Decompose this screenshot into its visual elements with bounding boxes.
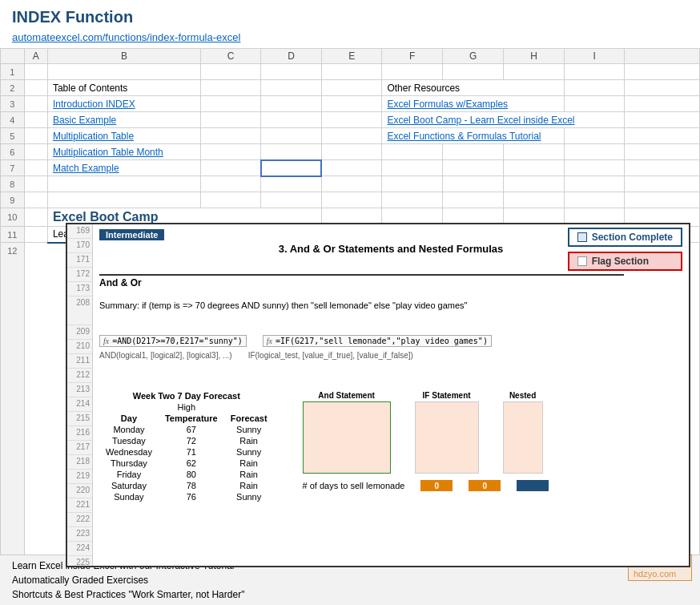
formula-1-text: =AND(D217>=70,E217="sunny") [112,337,243,345]
corner-header [1,49,25,64]
page: INDEX Function automateexcel.com/functio… [0,0,700,605]
toc-match-link[interactable]: Match Example [53,163,119,174]
table-row: 1 [1,64,700,80]
other-resources-label: Other Resources [387,83,460,94]
toc-mult-link[interactable]: Multiplication Table [53,131,134,142]
toc-basic-link[interactable]: Basic Example [53,115,116,126]
days-value-3 [517,480,549,491]
weather-row-monday: Monday 67 Sunny [99,424,274,435]
and-statement-chart: And Statement [303,391,391,474]
bottom-item-2: Automatically Graded Exercises [12,573,688,587]
section-complete-checkbox[interactable] [577,232,587,242]
col-header-h: H [504,49,565,64]
formula-box-2: fx =IF(G217,"sell lemonade","play video … [263,335,492,347]
fx-label-1: fx [103,337,109,345]
col-forecast: Forecast [224,413,274,424]
table-row: 4 Basic Example Excel Boot Camp - Learn … [1,112,700,128]
col-header-rest [625,49,700,64]
resource-1-link[interactable]: Excel Formulas w/Examples [387,99,508,110]
col-header-e: E [321,49,381,64]
bottom-item-3: Shortcuts & Best Practices "Work Smarter… [12,587,688,602]
col-header-c: C [200,49,261,64]
col-header-d: D [261,49,322,64]
toc-label: Table of Contents [53,83,127,94]
col-header-i: I [564,49,624,64]
high-label: High [99,402,274,412]
table-row: 2 Table of Contents Other Resources [1,80,700,96]
weather-row-saturday: Saturday 78 Rain [99,480,274,491]
flag-section-button[interactable]: Flag Section [568,252,682,271]
table-row: 5 Multiplication Table Excel Functions &… [1,128,700,144]
url-link[interactable]: automateexcel.com/functions/index-formul… [12,31,240,43]
and-statement-chart-area [303,401,391,474]
if-statement-chart-area [415,401,479,474]
if-statement-label: IF Statement [415,391,479,400]
weather-row-tuesday: Tuesday 72 Rain [99,435,274,446]
page-title: INDEX Function [0,0,700,30]
days-label: # of days to sell lemonade [303,481,405,490]
nested-chart-area [503,401,543,474]
formula-2-text: =IF(G217,"sell lemonade","play video gam… [276,337,488,345]
and-statement-label: And Statement [303,391,391,400]
intermediate-badge: Intermediate [99,229,164,240]
embed-box: 169 170 171 172 173 208 209 210 211 212 … [66,223,690,567]
table-row: 7 Match Example [1,160,700,176]
col-header-g: G [443,49,504,64]
nested-label: Nested [503,391,543,400]
weather-row-thursday: Thursday 62 Rain [99,458,274,469]
summary-text: Summary: if (temp is => 70 degrees AND s… [99,292,682,319]
weather-table: Day Temperature Forecast Monday 67 Sunny… [99,413,274,502]
fx-label-2: fx [267,337,272,345]
weather-title: Week Two 7 Day Forecast [99,391,274,401]
table-row: 3 Introduction INDEX Excel Formulas w/Ex… [1,96,700,112]
table-row: 9 [1,192,700,208]
weather-row-sunday: Sunday 76 Sunny [99,491,274,502]
toc-mult-month-link[interactable]: Multiplication Table Month [53,147,163,158]
col-day: Day [99,413,159,424]
weather-row-friday: Friday 80 Rain [99,469,274,480]
resource-2-link[interactable]: Excel Boot Camp - Learn Excel inside Exc… [387,115,574,126]
col-header-b: B [47,49,200,64]
and-or-label: And & Or [99,277,682,292]
days-value-1: 0 [420,480,453,491]
formula-hint-2: IF(logical_test, [value_if_true], [value… [248,351,413,360]
flag-section-checkbox[interactable] [577,256,587,266]
col-header-f: F [382,49,443,64]
col-temp: Temperature [159,413,224,424]
table-row: 6 Multiplication Table Month [1,144,700,160]
if-statement-chart: IF Statement [415,391,479,474]
formula-box-1: fx =AND(D217>=70,E217="sunny") [99,335,247,347]
section-complete-button[interactable]: Section Complete [568,228,682,247]
weather-row-wednesday: Wednesday 71 Sunny [99,446,274,458]
resource-3-link[interactable]: Excel Functions & Formulas Tutorial [387,131,541,142]
section-complete-label: Section Complete [592,232,673,243]
section-divider [99,274,624,276]
days-value-2: 0 [469,480,501,491]
nested-chart: Nested [503,391,543,474]
flag-section-label: Flag Section [592,256,649,267]
formula-hint-1: AND(logical1, [logical2], [logical3], ..… [99,351,232,360]
table-row: 8 [1,176,700,192]
selected-cell[interactable] [261,160,322,176]
toc-introduction-link[interactable]: Introduction INDEX [53,99,135,110]
col-header-a: A [24,49,47,64]
boot-camp-title: Excel Boot Camp [53,210,159,224]
